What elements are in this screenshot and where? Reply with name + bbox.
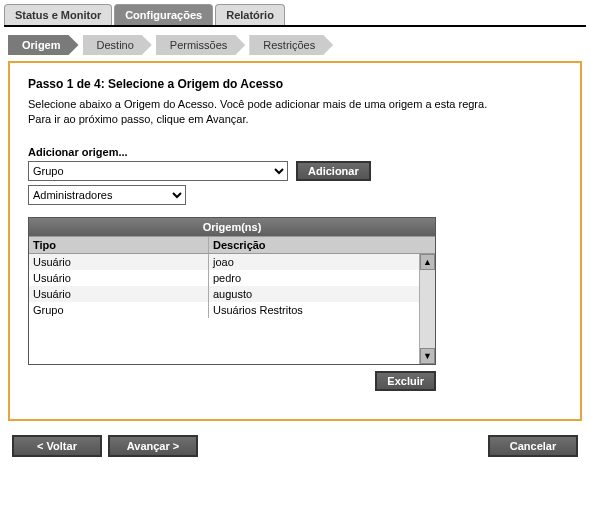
col-header-tipo: Tipo (29, 237, 209, 253)
cell-desc: Usuários Restritos (209, 302, 435, 318)
cell-desc: augusto (209, 286, 435, 302)
table-row[interactable]: Grupo Usuários Restritos (29, 302, 435, 318)
add-button[interactable]: Adicionar (296, 161, 371, 181)
panel-description: Selecione abaixo a Origem do Acesso. Voc… (28, 97, 562, 128)
tab-configurations[interactable]: Configurações (114, 4, 213, 25)
wizard-nav-bar: < Voltar Avançar > Cancelar (4, 425, 586, 463)
panel-title: Passo 1 de 4: Selecione a Origem do Aces… (28, 77, 562, 91)
step-permissoes[interactable]: Permissões (156, 35, 245, 55)
cell-desc: pedro (209, 270, 435, 286)
next-button[interactable]: Avançar > (108, 435, 198, 457)
origins-table: Origem(ns) Tipo Descrição Usuário joao U… (28, 217, 436, 365)
app-frame: Status e Monitor Configurações Relatório… (0, 0, 590, 467)
scroll-down-icon[interactable]: ▼ (420, 348, 435, 364)
col-header-descricao: Descrição (209, 237, 435, 253)
step-destino[interactable]: Destino (83, 35, 152, 55)
cell-tipo: Usuário (29, 286, 209, 302)
origins-table-body: Usuário joao Usuário pedro Usuário augus… (29, 254, 435, 364)
add-origin-label: Adicionar origem... (28, 146, 562, 158)
wizard-steps: Origem Destino Permissões Restrições (8, 35, 586, 55)
cell-tipo: Usuário (29, 270, 209, 286)
tab-status-monitor[interactable]: Status e Monitor (4, 4, 112, 25)
cell-desc: joao (209, 254, 435, 270)
back-button[interactable]: < Voltar (12, 435, 102, 457)
table-row[interactable]: Usuário pedro (29, 270, 435, 286)
top-tabs: Status e Monitor Configurações Relatório (4, 4, 586, 27)
cancel-button[interactable]: Cancelar (488, 435, 578, 457)
wizard-panel: Passo 1 de 4: Selecione a Origem do Aces… (8, 61, 582, 421)
table-row[interactable]: Usuário augusto (29, 286, 435, 302)
panel-desc-line2: Para ir ao próximo passo, clique em Avan… (28, 113, 249, 125)
origin-type-select[interactable]: Grupo (28, 161, 288, 181)
table-scrollbar[interactable]: ▲ ▼ (419, 254, 435, 364)
origin-subselect[interactable]: Administradores (28, 185, 186, 205)
step-origem[interactable]: Origem (8, 35, 79, 55)
table-row[interactable]: Usuário joao (29, 254, 435, 270)
delete-button[interactable]: Excluir (375, 371, 436, 391)
panel-desc-line1: Selecione abaixo a Origem do Acesso. Voc… (28, 98, 487, 110)
cell-tipo: Grupo (29, 302, 209, 318)
cell-tipo: Usuário (29, 254, 209, 270)
origins-table-header: Tipo Descrição (29, 236, 435, 254)
step-restricoes[interactable]: Restrições (249, 35, 333, 55)
scroll-up-icon[interactable]: ▲ (420, 254, 435, 270)
tab-report[interactable]: Relatório (215, 4, 285, 25)
origins-table-title: Origem(ns) (29, 218, 435, 236)
